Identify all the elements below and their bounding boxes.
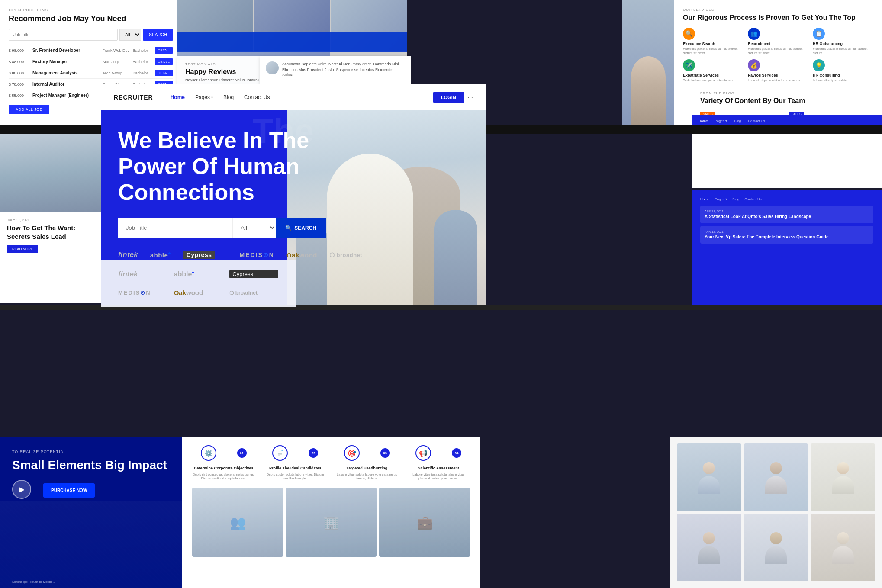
feature-item: 🎯 03 Targeted Headhunting Labore vitae s… bbox=[335, 445, 399, 481]
service-title: Payroll Services bbox=[748, 73, 808, 77]
logo-medison-label: MEDIS⊙N bbox=[118, 289, 167, 296]
person-icon-1 bbox=[698, 462, 720, 492]
navbar: RECRUITER Home Pages ▾ Blog Contact Us L… bbox=[101, 84, 486, 110]
team-grid bbox=[677, 443, 875, 581]
bottom-left-content: TO REALIZE POTENTIAL Small Elements Big … bbox=[0, 437, 182, 512]
blog-panel-left: JULY 17, 2021 How To Get The Want: Secre… bbox=[0, 134, 104, 303]
nav-blog[interactable]: Blog bbox=[223, 94, 234, 100]
open-positions-label: OPEN POSITIONS bbox=[9, 8, 173, 12]
nav-blog-sm[interactable]: Blog bbox=[734, 119, 741, 123]
person-placeholder bbox=[622, 0, 674, 125]
service-title: HR Outsourcing bbox=[813, 42, 873, 46]
nav-home-sm[interactable]: Home bbox=[699, 119, 708, 123]
hero-search-bar[interactable]: All Full-time Part-time Contract 🔍 SEARC… bbox=[118, 218, 326, 238]
logo-cypress: Cypress bbox=[183, 251, 216, 259]
hr-consulting-icon: 💡 bbox=[813, 59, 825, 71]
person-icon-3 bbox=[832, 462, 854, 492]
detail-button[interactable]: DETAIL bbox=[155, 47, 173, 54]
service-item: 👥 Recruitment Praesent placerat neius ta… bbox=[748, 28, 808, 55]
service-desc: Praesent placerat neius tamus laoreet di… bbox=[683, 47, 744, 55]
feature-number: 02 bbox=[309, 448, 318, 458]
feature-title: Profile The Ideal Candidates bbox=[264, 466, 327, 471]
nav-blog-blue[interactable]: Blog bbox=[732, 197, 739, 201]
team-member-5 bbox=[744, 514, 808, 581]
nav-pages-blue[interactable]: Pages ▾ bbox=[715, 197, 727, 201]
services-image bbox=[622, 0, 674, 125]
table-row: $ 98.000 Sr. Frontend Developer Frank We… bbox=[9, 45, 173, 56]
features-row: ⚙️ 01 Determine Corporate Objectives Dub… bbox=[192, 445, 470, 481]
team-panel bbox=[670, 437, 882, 588]
blog-content: JULY 17, 2021 How To Get The Want: Secre… bbox=[0, 212, 104, 259]
nav-sm: Home Pages ▾ Blog Contact Us bbox=[700, 197, 873, 201]
nav-contact[interactable]: Contact Us bbox=[244, 94, 270, 100]
headline-line3: Connections bbox=[118, 180, 254, 205]
nav-home-blue[interactable]: Home bbox=[700, 197, 709, 201]
nav-contact-sm[interactable]: Contact Us bbox=[748, 119, 765, 123]
service-desc: Sed duntrus volu para neius tamus. bbox=[683, 78, 744, 83]
job-category-select[interactable]: All bbox=[119, 29, 141, 41]
team-member-2 bbox=[744, 443, 808, 511]
feature-desc: Labore vitae soluta labore volu para nei… bbox=[335, 472, 399, 481]
service-item: 🔍 Executive Search Praesent placerat nei… bbox=[683, 28, 744, 55]
chevron-down-icon: ▾ bbox=[211, 96, 213, 100]
executive-search-icon: 🔍 bbox=[683, 28, 695, 40]
search-button[interactable]: 🔍 SEARCH bbox=[276, 218, 326, 238]
nav-pages[interactable]: Pages ▾ bbox=[195, 94, 213, 100]
search-icon: 🔍 bbox=[285, 225, 292, 231]
features-panel: ⚙️ 01 Determine Corporate Objectives Dub… bbox=[182, 437, 480, 588]
job-listing-title: Recommend Job May You Need bbox=[9, 14, 173, 24]
team-member-1 bbox=[677, 443, 741, 511]
read-more-link[interactable]: READ MORE bbox=[7, 245, 38, 253]
card-title: Your Next Vp Sales: The Complete Intervi… bbox=[705, 235, 869, 239]
nav-contact-blue[interactable]: Contact Us bbox=[744, 197, 762, 201]
feature-icon: 📢 bbox=[415, 445, 431, 461]
person-body bbox=[631, 56, 666, 125]
service-item: 📋 HR Outsourcing Praesent placerat neius… bbox=[813, 28, 873, 55]
logo-cypress-label: Cypress bbox=[229, 270, 278, 278]
feature-desc: Dubis auctor soluta labore vitae. Dictum… bbox=[264, 472, 327, 481]
secondary-navbar[interactable]: Home Pages ▾ Blog Contact Us bbox=[692, 115, 882, 127]
logo-oakwood-label: Oakwood bbox=[174, 289, 223, 296]
nav-home[interactable]: Home bbox=[171, 94, 185, 100]
job-search-bar[interactable]: All SEARCH bbox=[9, 29, 173, 41]
bottom-actions[interactable]: ▶ PURCHASE NOW bbox=[12, 480, 170, 499]
feature-number: 04 bbox=[452, 448, 461, 458]
feature-icon: ⚙️ bbox=[201, 445, 216, 461]
hr-outsourcing-icon: 📋 bbox=[813, 28, 825, 40]
service-desc: Labore vitae ipsa soluta. bbox=[813, 78, 873, 83]
detail-button[interactable]: DETAIL bbox=[155, 70, 173, 76]
table-row: $ 88.000 Factory Manager Star Corp Bache… bbox=[9, 56, 173, 67]
blog-section-title: Variety Of Content By Our Team bbox=[700, 97, 873, 105]
search-category-select[interactable]: All Full-time Part-time Contract bbox=[232, 218, 276, 238]
services-title: Our Rigorous Process Is Proven To Get Yo… bbox=[683, 13, 873, 22]
login-button[interactable]: LOGIN bbox=[433, 92, 464, 103]
job-title-input[interactable] bbox=[118, 218, 232, 238]
service-title: Expatriate Services bbox=[683, 73, 744, 77]
job-search-button[interactable]: SEARCH bbox=[143, 29, 173, 41]
service-title: Executive Search bbox=[683, 42, 744, 46]
logo-broadnet-label: ⬡ broadnet bbox=[229, 290, 278, 296]
person-icon-2 bbox=[765, 462, 787, 492]
play-button[interactable]: ▶ bbox=[12, 480, 31, 499]
service-item: 💡 HR Consulting Labore vitae ipsa soluta… bbox=[813, 59, 873, 83]
main-nav: Home Pages ▾ Blog Contact Us bbox=[171, 94, 430, 100]
purchase-button[interactable]: PURCHASE NOW bbox=[43, 483, 95, 498]
team-member-6 bbox=[811, 514, 875, 581]
add-all-jobs-button[interactable]: ADD ALL JOB bbox=[9, 105, 49, 114]
job-search-input[interactable] bbox=[9, 29, 118, 41]
detail-button[interactable]: DETAIL bbox=[155, 58, 173, 65]
logo-fintek-label: fintek bbox=[118, 270, 167, 279]
search-button-label: SEARCH bbox=[294, 225, 316, 231]
service-item: ✈️ Expatriate Services Sed duntrus volu … bbox=[683, 59, 744, 83]
nav-pages-sm[interactable]: Pages ▾ bbox=[715, 119, 727, 123]
services-grid: 🔍 Executive Search Praesent placerat nei… bbox=[683, 28, 873, 83]
recruitment-icon: 👥 bbox=[748, 28, 760, 40]
feature-item: ⚙️ 01 Determine Corporate Objectives Dub… bbox=[192, 445, 255, 481]
more-button[interactable]: ··· bbox=[467, 93, 473, 101]
bottom-image-3: 💼 bbox=[379, 488, 470, 557]
expatriate-icon: ✈️ bbox=[683, 59, 695, 71]
card-tag: APR 12, 2021 bbox=[705, 230, 869, 233]
team-member-4 bbox=[677, 514, 741, 581]
blog-panel-right: FROM THE BLOG Variety Of Content By Our … bbox=[692, 84, 882, 188]
blog-card: APR 12, 2021 Your Next Vp Sales: The Com… bbox=[700, 226, 873, 244]
